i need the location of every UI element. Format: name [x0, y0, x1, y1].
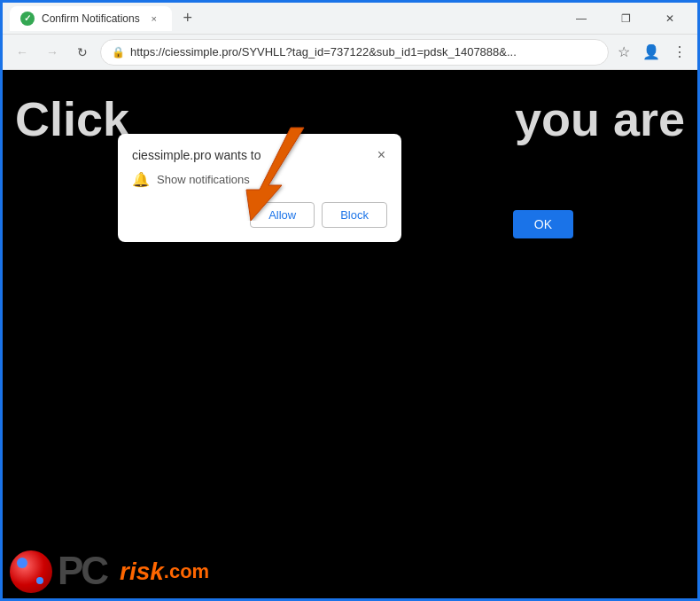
- page-text-left: Click: [15, 91, 129, 146]
- page-text-right: you are: [515, 91, 685, 146]
- arrow-container: [242, 123, 313, 224]
- svg-marker-0: [246, 128, 304, 221]
- pcrisk-ball-icon: [10, 550, 52, 593]
- arrow-icon: [242, 123, 313, 221]
- reload-button[interactable]: ↻: [70, 40, 95, 65]
- bell-icon: 🔔: [132, 171, 150, 188]
- address-bar: ← → ↻ 🔒 https://ciessimple.pro/SYVHLL?ta…: [3, 35, 697, 70]
- dialog-close-button[interactable]: ×: [376, 148, 387, 162]
- maximize-button[interactable]: ❐: [605, 6, 646, 31]
- tab-close-button[interactable]: ×: [147, 12, 161, 26]
- forward-button[interactable]: →: [40, 40, 65, 65]
- active-tab[interactable]: Confirm Notifications ×: [10, 6, 172, 31]
- menu-icon[interactable]: ⋮: [669, 43, 690, 60]
- com-label: .com: [164, 560, 209, 583]
- url-box[interactable]: 🔒 https://ciessimple.pro/SYVHLL?tag_id=7…: [100, 39, 609, 66]
- lock-icon: 🔒: [112, 46, 125, 59]
- minimize-button[interactable]: —: [561, 6, 602, 31]
- block-button[interactable]: Block: [322, 202, 387, 228]
- pc-letters-svg: PC: [58, 547, 120, 591]
- back-button[interactable]: ←: [10, 40, 35, 65]
- window-controls: — ❐ ✕: [561, 6, 690, 31]
- risk-com-text: risk .com: [120, 558, 209, 586]
- bookmark-icon[interactable]: ☆: [614, 43, 634, 60]
- pcrisk-pc-label: PC: [58, 547, 120, 597]
- url-text: https://ciessimple.pro/SYVHLL?tag_id=737…: [130, 45, 597, 59]
- tab-title: Confirm Notifications: [42, 12, 140, 25]
- svg-text:PC: PC: [58, 549, 108, 591]
- page-content: Click you are ciessimple.pro wants to × …: [3, 70, 697, 601]
- notification-text: Show notifications: [157, 173, 250, 186]
- new-tab-button[interactable]: +: [175, 6, 200, 31]
- profile-icon[interactable]: 👤: [639, 43, 664, 60]
- tab-favicon: [20, 12, 35, 26]
- pcrisk-logo: PC risk .com: [10, 547, 209, 597]
- ok-button[interactable]: OK: [513, 210, 573, 238]
- title-bar: Confirm Notifications × + — ❐ ✕: [3, 3, 697, 35]
- risk-label: risk: [120, 558, 164, 586]
- tab-area: Confirm Notifications × +: [10, 6, 561, 31]
- close-window-button[interactable]: ✕: [649, 6, 690, 31]
- pcrisk-text: PC risk .com: [58, 547, 209, 597]
